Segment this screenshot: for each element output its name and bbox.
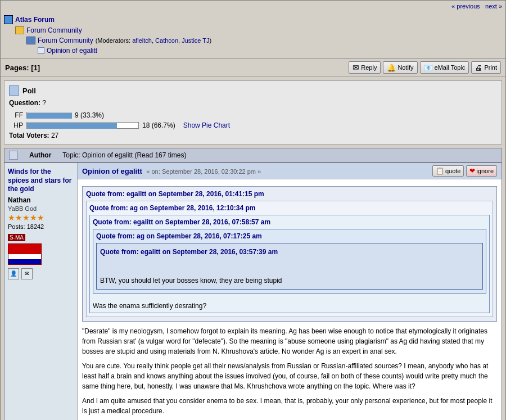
ff-count-percent: 9 (33.3%) <box>75 111 104 119</box>
forum-community-sub-link[interactable]: Forum Community <box>38 37 93 44</box>
post-header-icons: 📋 quote ❤ ignore <box>432 165 497 177</box>
post-title: Opinion of egalitt <box>82 167 142 175</box>
quote-box-1: Quote from: egalitt on September 28, 201… <box>82 186 497 322</box>
notify-icon: 🔔 <box>387 64 396 72</box>
user-posts: Posts: 18242 <box>8 223 74 230</box>
user-panel: Winds for the spices and stars for the g… <box>4 163 78 420</box>
quote-2-header: Quote from: ag on September 28, 2016, 12… <box>89 203 490 213</box>
show-pie-chart-link[interactable]: Show Pie Chart <box>183 121 230 129</box>
topic-header: Author Topic: Opinion of egalitt (Read 1… <box>4 148 502 162</box>
action-buttons: ✉ Reply 🔔 Notify 📧 eMail Topic 🖨 Print <box>349 61 501 74</box>
quote-box-2: Quote from: ag on September 28, 2016, 12… <box>86 201 493 317</box>
ignore-btn-label: ignore <box>476 168 494 174</box>
reply-label: Reply <box>361 64 377 71</box>
moderators-label: (Moderators: afleitch, Cathcon, Justice … <box>96 37 212 44</box>
question-row: Question: ? <box>9 99 497 107</box>
print-label: Print <box>484 64 497 71</box>
atlas-forum-link[interactable]: Atlas Forum <box>15 16 55 24</box>
user-actions-row: 👤 ✉ <box>8 268 74 279</box>
quote-box-5: Quote from: egalitt on September 28, 201… <box>96 243 483 290</box>
user-profile-icon[interactable]: 👤 <box>8 268 19 279</box>
inner-text-1: BTW, you should let your bosses know, th… <box>100 276 479 286</box>
user-name: Nathan <box>8 196 74 204</box>
topic-icon <box>38 47 44 54</box>
topic-header-icon <box>9 151 18 160</box>
question-text: ? <box>42 99 46 107</box>
print-button[interactable]: 🖨 Print <box>471 61 501 74</box>
main-content: Winds for the spices and stars for the g… <box>4 162 502 420</box>
ff-bar-bg <box>26 112 71 119</box>
total-label: Total Voters: <box>9 132 49 139</box>
forum-community-icon <box>15 26 24 34</box>
poll-title-row: Poll <box>9 85 497 96</box>
inner-text-2: Was the enama sufficiently desrating? <box>93 301 486 311</box>
poll-icon <box>9 85 19 96</box>
hp-bar-bg <box>26 122 139 129</box>
quote-button[interactable]: 📋 quote <box>432 165 464 177</box>
forum-community-sub-icon <box>26 37 35 44</box>
post-body-2: You are cute. You really think people ge… <box>82 361 497 391</box>
ignore-button[interactable]: ❤ ignore <box>466 165 497 177</box>
question-label: Question: <box>9 99 40 107</box>
ff-label: FF <box>9 111 23 119</box>
email-topic-label: eMail Topic <box>435 64 466 71</box>
print-icon: 🖨 <box>475 64 482 72</box>
post-body: Quote from: egalitt on September 28, 201… <box>78 179 502 420</box>
poll-bar-ff-row: FF 9 (33.3%) <box>9 111 497 119</box>
post-header-left: Opinion of egalitt « on: September 28, 2… <box>82 167 261 175</box>
reply-icon: ✉ <box>353 63 359 72</box>
next-link[interactable]: next » <box>485 3 502 10</box>
quote-box-4: Quote from: ag on September 28, 2016, 07… <box>93 229 486 293</box>
user-email-icon[interactable]: ✉ <box>21 268 33 279</box>
hp-bar-fill <box>27 123 117 129</box>
total-count: 27 <box>51 132 58 139</box>
hp-label: HP <box>9 121 23 129</box>
prev-link[interactable]: « previous <box>451 3 480 10</box>
quote-1-header: Quote from: egalitt on September 28, 201… <box>86 189 493 199</box>
breadcrumb-row-2: Forum Community <box>4 25 502 35</box>
email-topic-button[interactable]: 📧 eMail Topic <box>420 61 469 74</box>
post-panel: Opinion of egalitt « on: September 28, 2… <box>78 163 502 420</box>
topic-header-left: Author Topic: Opinion of egalitt (Read 1… <box>9 151 186 160</box>
poll-bar-hp-row: HP 18 (66.7%) Show Pie Chart <box>9 121 497 129</box>
mod-cathcon[interactable]: Cathcon <box>155 37 178 44</box>
quote-icon: 📋 <box>436 167 444 175</box>
topic-link[interactable]: Opinion of egalitt <box>47 47 97 55</box>
quote-box-3: Quote from: egalitt on September 28, 201… <box>89 215 490 313</box>
mod-afleitch[interactable]: afleitch <box>132 37 152 44</box>
email-icon: 📧 <box>424 64 433 72</box>
notify-button[interactable]: 🔔 Notify <box>383 61 417 74</box>
post-date: September 28, 2016, 02:30:22 pm » <box>162 168 261 175</box>
user-stars: ★★★★★ <box>8 213 74 222</box>
post-body-1: "Desrate" is my neologysm, I somehow for… <box>82 326 497 356</box>
post-on-label: « on: <box>146 168 160 175</box>
poll-section: Poll Question: ? FF 9 (33.3%) HP 18 (66.… <box>4 80 502 144</box>
atlas-forum-icon <box>4 15 13 24</box>
pages-label: Pages: [1] <box>5 64 40 72</box>
quote-btn-label: quote <box>445 168 461 174</box>
poll-title: Poll <box>22 87 36 95</box>
reply-button[interactable]: ✉ Reply <box>349 61 381 74</box>
quote-4-header: Quote from: ag on September 28, 2016, 07… <box>96 231 483 241</box>
breadcrumb-row-1: Atlas Forum <box>4 14 502 25</box>
mod-justice-tj[interactable]: Justice TJ <box>182 37 209 44</box>
user-rank: YaBB God <box>8 205 74 212</box>
quote-3-header: Quote from: egalitt on September 28, 201… <box>93 217 486 227</box>
total-voters-row: Total Voters: 27 <box>9 132 497 139</box>
forum-community-link[interactable]: Forum Community <box>26 26 82 34</box>
user-title: Winds for the spices and stars for the g… <box>8 168 74 194</box>
pages-bar: Pages: [1] ✉ Reply 🔔 Notify 📧 eMail Topi… <box>1 58 505 77</box>
quote-5-header: Quote from: egalitt on September 28, 201… <box>100 247 479 257</box>
notify-label: Notify <box>397 64 413 71</box>
user-flag <box>8 243 42 265</box>
user-badge: S-MA <box>8 234 25 241</box>
author-col: Author <box>29 151 51 159</box>
ignore-icon: ❤ <box>469 167 475 175</box>
top-nav: Atlas Forum Forum Community Forum Commun… <box>1 12 505 58</box>
ff-bar-fill <box>27 113 72 119</box>
post-header: Opinion of egalitt « on: September 28, 2… <box>78 163 502 179</box>
hp-count-percent: 18 (66.7%) <box>142 121 175 129</box>
breadcrumb-row-4: Opinion of egalitt <box>4 46 502 56</box>
read-times: (Read 167 times) <box>134 151 186 159</box>
topic-col: Topic: Opinion of egalitt (Read 167 time… <box>62 151 186 159</box>
